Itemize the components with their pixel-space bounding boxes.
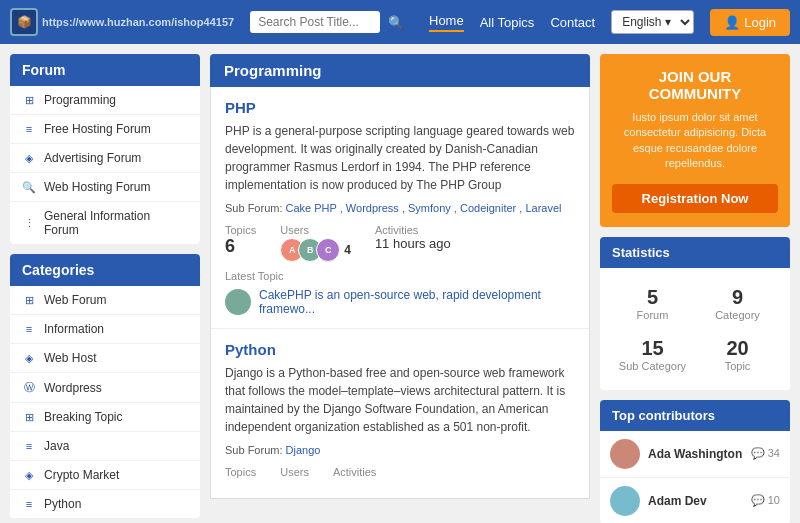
post-title-php[interactable]: PHP — [225, 99, 575, 116]
statistics-header: Statistics — [600, 237, 790, 268]
python-icon: ≡ — [22, 498, 36, 510]
sidebar-item-crypto[interactable]: ◈ Crypto Market — [10, 461, 200, 490]
info-icon: ≡ — [22, 323, 36, 335]
logo-icon: 📦 — [10, 8, 38, 36]
user-avatars: A B C — [280, 238, 334, 262]
sub-forum-link-laravel[interactable]: Laravel — [525, 202, 561, 214]
sub-forum-link-symfony[interactable]: Symfony — [408, 202, 451, 214]
sidebar-item-breaking-topic[interactable]: ⊞ Breaking Topic — [10, 403, 200, 432]
categories-sidebar: Categories ⊞ Web Forum ≡ Information ◈ W… — [10, 254, 200, 518]
post-python: Python Django is a Python-based free and… — [211, 329, 589, 498]
programming-icon: ⊞ — [22, 94, 36, 107]
sub-forum-python: Sub Forum: Django — [225, 444, 575, 456]
web-forum-icon: ⊞ — [22, 294, 36, 307]
post-body-php: PHP is a general-purpose scripting langu… — [225, 122, 575, 194]
main-layout: Forum ⊞ Programming ≡ Free Hosting Forum… — [0, 44, 800, 523]
topics-stat-py: Topics — [225, 466, 256, 478]
join-title: JOIN OUR COMMUNITY — [612, 68, 778, 102]
stat-topic: 20 Topic — [695, 329, 780, 380]
contributor-row-2[interactable]: Adam Dev 💬 10 — [600, 478, 790, 523]
forum-posts: PHP PHP is a general-purpose scripting l… — [210, 87, 590, 499]
stat-subcategory: 15 Sub Category — [610, 329, 695, 380]
contributor-name-2: Adam Dev — [648, 494, 743, 508]
java-icon: ≡ — [22, 440, 36, 452]
sidebar-item-general[interactable]: ⋮ General Information Forum — [10, 202, 200, 244]
general-icon: ⋮ — [22, 217, 36, 230]
advertising-icon: ◈ — [22, 152, 36, 165]
contributor-avatar-2 — [610, 486, 640, 516]
sub-forum-link-codeigniter[interactable]: Codeigniter — [460, 202, 516, 214]
breaking-icon: ⊞ — [22, 411, 36, 424]
stats-grid: 5 Forum 9 Category 15 Sub Category 20 To… — [600, 268, 790, 390]
contributors-box: Top contributors Ada Washington 💬 34 Ada… — [600, 400, 790, 523]
hosting-icon: ≡ — [22, 123, 36, 135]
logo: 📦 https://www.huzhan.com/ishop44157 — [10, 8, 234, 36]
nav-home[interactable]: Home — [429, 13, 464, 32]
sidebar-item-java[interactable]: ≡ Java — [10, 432, 200, 461]
nav-links: Home All Topics Contact English ▾ 👤 Logi… — [429, 9, 790, 36]
forum-sidebar-header: Forum — [10, 54, 200, 86]
web-host-icon: ◈ — [22, 352, 36, 365]
latest-topic-label: Latest Topic — [225, 270, 575, 282]
contributor-avatar-1 — [610, 439, 640, 469]
contributor-count-1: 💬 34 — [751, 447, 780, 460]
sidebar-item-web-host[interactable]: ◈ Web Host — [10, 344, 200, 373]
sub-forum-link-cakephp[interactable]: Cake PHP — [286, 202, 337, 214]
users-stat-py: Users — [280, 466, 309, 478]
top-nav: 📦 https://www.huzhan.com/ishop44157 🔍 Ho… — [0, 0, 800, 44]
stat-forum: 5 Forum — [610, 278, 695, 329]
search-icon[interactable]: 🔍 — [388, 15, 404, 30]
statistics-box: Statistics 5 Forum 9 Category 15 Sub Cat… — [600, 237, 790, 390]
wordpress-icon: Ⓦ — [22, 380, 36, 395]
join-community-box: JOIN OUR COMMUNITY Iusto ipsum dolor sit… — [600, 54, 790, 227]
sidebar-item-python[interactable]: ≡ Python — [10, 490, 200, 518]
activities-stat: Activities 11 hours ago — [375, 224, 451, 262]
latest-topic-title[interactable]: CakePHP is an open-source web, rapid dev… — [259, 288, 575, 316]
latest-avatar — [225, 289, 251, 315]
left-sidebar: Forum ⊞ Programming ≡ Free Hosting Forum… — [10, 54, 200, 523]
contributor-count-2: 💬 10 — [751, 494, 780, 507]
sidebar-item-free-hosting[interactable]: ≡ Free Hosting Forum — [10, 115, 200, 144]
post-php: PHP PHP is a general-purpose scripting l… — [211, 87, 589, 329]
sidebar-item-wordpress[interactable]: Ⓦ Wordpress — [10, 373, 200, 403]
sidebar-item-web-forum[interactable]: ⊞ Web Forum — [10, 286, 200, 315]
categories-header: Categories — [10, 254, 200, 286]
avatar-3: C — [316, 238, 340, 262]
registration-button[interactable]: Registration Now — [612, 184, 778, 213]
sub-forum-link-django[interactable]: Django — [286, 444, 321, 456]
post-stats-python: Topics Users Activities — [225, 466, 575, 478]
stat-category: 9 Category — [695, 278, 780, 329]
activities-stat-py: Activities — [333, 466, 376, 478]
forum-sidebar: Forum ⊞ Programming ≡ Free Hosting Forum… — [10, 54, 200, 244]
sub-forum-link-wordpress[interactable]: Wordpress — [346, 202, 399, 214]
topics-stat: Topics 6 — [225, 224, 256, 262]
latest-topic-row: CakePHP is an open-source web, rapid dev… — [225, 288, 575, 316]
users-stat: Users A B C 4 — [280, 224, 351, 262]
language-select[interactable]: English ▾ — [611, 10, 694, 34]
nav-all-topics[interactable]: All Topics — [480, 15, 535, 30]
contributor-row-1[interactable]: Ada Washington 💬 34 — [600, 431, 790, 478]
sidebar-item-web-hosting[interactable]: 🔍 Web Hosting Forum — [10, 173, 200, 202]
join-desc: Iusto ipsum dolor sit amet consectetur a… — [612, 110, 778, 172]
crypto-icon: ◈ — [22, 469, 36, 482]
web-hosting-icon: 🔍 — [22, 181, 36, 194]
post-body-python: Django is a Python-based free and open-s… — [225, 364, 575, 436]
sidebar-item-information[interactable]: ≡ Information — [10, 315, 200, 344]
sidebar-item-advertising[interactable]: ◈ Advertising Forum — [10, 144, 200, 173]
main-content: Programming PHP PHP is a general-purpose… — [210, 54, 590, 523]
search-input[interactable] — [250, 11, 380, 33]
nav-contact[interactable]: Contact — [550, 15, 595, 30]
right-sidebar: JOIN OUR COMMUNITY Iusto ipsum dolor sit… — [600, 54, 790, 523]
post-title-python[interactable]: Python — [225, 341, 575, 358]
nav-url: https://www.huzhan.com/ishop44157 — [42, 16, 234, 28]
contributors-header: Top contributors — [600, 400, 790, 431]
contributor-name-1: Ada Washington — [648, 447, 743, 461]
user-icon: 👤 — [724, 15, 740, 30]
post-stats-php: Topics 6 Users A B C 4 — [225, 224, 575, 262]
sub-forum-php: Sub Forum: Cake PHP , Wordpress , Symfon… — [225, 202, 575, 214]
sidebar-item-programming[interactable]: ⊞ Programming — [10, 86, 200, 115]
login-button[interactable]: 👤 Login — [710, 9, 790, 36]
content-header: Programming — [210, 54, 590, 87]
